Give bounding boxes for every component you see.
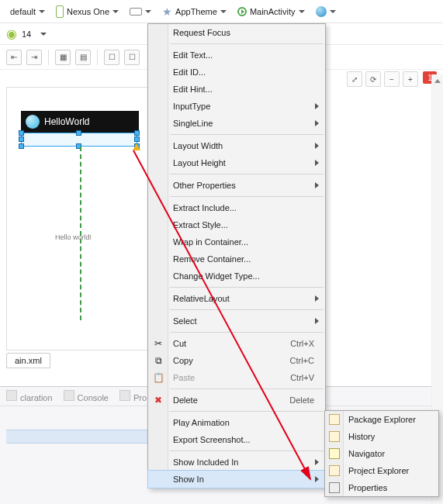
theme-dropdown[interactable]: ★ AppTheme (157, 3, 230, 20)
submenu-history[interactable]: History (325, 428, 438, 445)
resize-handle[interactable] (19, 130, 24, 136)
locale-dropdown[interactable] (310, 3, 341, 20)
editor-tab[interactable]: ain.xml (6, 353, 50, 368)
console-icon (64, 390, 74, 401)
shortcut: Delete (289, 395, 314, 405)
orientation-icon (130, 8, 142, 16)
orientation-dropdown[interactable] (124, 3, 155, 20)
chevron-down-icon (39, 9, 45, 15)
shortcut: Ctrl+X (290, 339, 314, 348)
submenu-navigator[interactable]: Navigator (325, 445, 438, 462)
menu-relative-layout[interactable]: RelativeLayout (148, 290, 325, 307)
preset-dropdown[interactable]: default (5, 3, 49, 20)
app-icon (26, 115, 40, 129)
separator (48, 50, 49, 65)
zoom-in-button[interactable]: + (403, 71, 418, 87)
package-explorer-icon (329, 414, 340, 425)
menu-layout-width[interactable]: Layout Width (148, 137, 325, 154)
panel-tab-console[interactable]: Console (64, 390, 109, 402)
chevron-down-icon (145, 9, 151, 15)
history-icon (329, 431, 340, 442)
resize-handle[interactable] (76, 130, 81, 136)
menu-request-focus[interactable]: Request Focus (148, 24, 325, 41)
menu-separator (170, 196, 324, 197)
menu-other-properties[interactable]: Other Properties (148, 177, 325, 194)
phone-icon (56, 5, 64, 18)
panel-tab-declaration[interactable]: claration (6, 390, 53, 402)
menu-separator (170, 174, 324, 174)
activity-dropdown[interactable]: MainActivity (232, 3, 309, 20)
submenu-arrow-icon (315, 143, 319, 149)
menu-separator (170, 411, 324, 412)
zoom-fit-button[interactable]: ⤢ (347, 71, 362, 87)
menu-extract-style[interactable]: Extract Style... (148, 216, 325, 233)
align-tool-1[interactable]: ⇤ (6, 50, 22, 65)
textview-hello[interactable]: Hello world! (55, 233, 92, 241)
cut-icon: ✂ (152, 337, 164, 350)
menu-separator (170, 450, 324, 451)
menu-paste[interactable]: 📋 PasteCtrl+V (148, 369, 325, 386)
menu-remove-container[interactable]: Remove Container... (148, 250, 325, 268)
menu-show-included-in[interactable]: Show Included In (148, 454, 325, 471)
copy-icon: ⧉ (152, 354, 164, 367)
menu-layout-height[interactable]: Layout Height (148, 154, 325, 171)
api-level: 14 (22, 29, 31, 39)
panel-tab-properties[interactable]: Pro (119, 390, 147, 402)
menu-extract-include[interactable]: Extract Include... (148, 199, 325, 216)
device-preview: HelloWorld Hello world! (21, 111, 139, 320)
submenu-project-explorer[interactable]: Project Explorer (325, 462, 438, 479)
activity-icon (237, 7, 247, 16)
submenu-package-explorer[interactable]: Package Explorer (325, 411, 438, 428)
menu-copy[interactable]: ⧉ CopyCtrl+C (148, 352, 325, 369)
menu-separator (170, 332, 324, 333)
menu-edit-text[interactable]: Edit Text... (148, 47, 325, 64)
chevron-down-icon (330, 9, 336, 15)
menu-edit-id[interactable]: Edit ID... (148, 64, 325, 81)
theme-label: AppTheme (175, 7, 217, 16)
menu-play-animation[interactable]: Play Animation (148, 414, 325, 431)
properties-icon (329, 482, 340, 493)
submenu-properties[interactable]: Properties (325, 479, 438, 496)
align-tool-2[interactable]: ⇥ (26, 50, 42, 65)
menu-cut[interactable]: ✂ CutCtrl+X (148, 335, 325, 352)
zoom-out-button[interactable]: − (384, 71, 400, 87)
resize-handle[interactable] (19, 143, 24, 149)
device-body: Hello world! (21, 133, 139, 320)
layout-tool-2[interactable]: ▤ (75, 50, 91, 65)
menu-change-widget-type[interactable]: Change Widget Type... (148, 268, 325, 285)
chevron-down-icon (112, 9, 119, 15)
resize-handle[interactable] (134, 130, 140, 136)
chevron-down-icon[interactable] (40, 31, 47, 37)
selected-edittext-widget[interactable] (21, 133, 137, 147)
properties-icon (119, 390, 130, 401)
star-icon: ★ (162, 6, 172, 17)
zoom-reset-button[interactable]: ⟳ (365, 71, 381, 87)
layout-tool-1[interactable]: ▦ (55, 50, 71, 65)
menu-wrap-in-container[interactable]: Wrap in Container... (148, 233, 325, 250)
menu-export-screenshot[interactable]: Export Screenshot... (148, 431, 325, 448)
menu-delete[interactable]: ✖ DeleteDelete (148, 392, 325, 409)
app-action-bar: HelloWorld (21, 111, 139, 133)
separator (97, 50, 98, 65)
menu-select[interactable]: Select (148, 312, 325, 330)
resize-handle[interactable] (19, 136, 24, 142)
chevron-down-icon (299, 9, 305, 15)
device-dropdown[interactable]: Nexus One (50, 3, 123, 20)
device-label: Nexus One (67, 7, 109, 16)
layout-tool-3[interactable]: ☐ (104, 50, 119, 65)
resize-handle[interactable] (134, 136, 140, 142)
menu-separator (170, 134, 324, 135)
zoom-toolbar: ⤢ ⟳ − + (347, 71, 418, 87)
menu-edit-hint[interactable]: Edit Hint... (148, 81, 325, 98)
menu-separator (170, 309, 324, 310)
menu-single-line[interactable]: SingleLine (148, 115, 325, 132)
layout-tool-4[interactable]: ☐ (124, 50, 140, 65)
menu-input-type[interactable]: InputType (148, 98, 325, 115)
menu-show-in[interactable]: Show In (148, 471, 325, 488)
app-title: HelloWorld (44, 116, 89, 127)
submenu-arrow-icon (315, 160, 319, 166)
show-in-submenu: Package Explorer History Navigator Proje… (324, 410, 439, 497)
submenu-arrow-icon (315, 459, 319, 465)
activity-label: MainActivity (250, 7, 296, 16)
preset-label: default (10, 7, 36, 16)
